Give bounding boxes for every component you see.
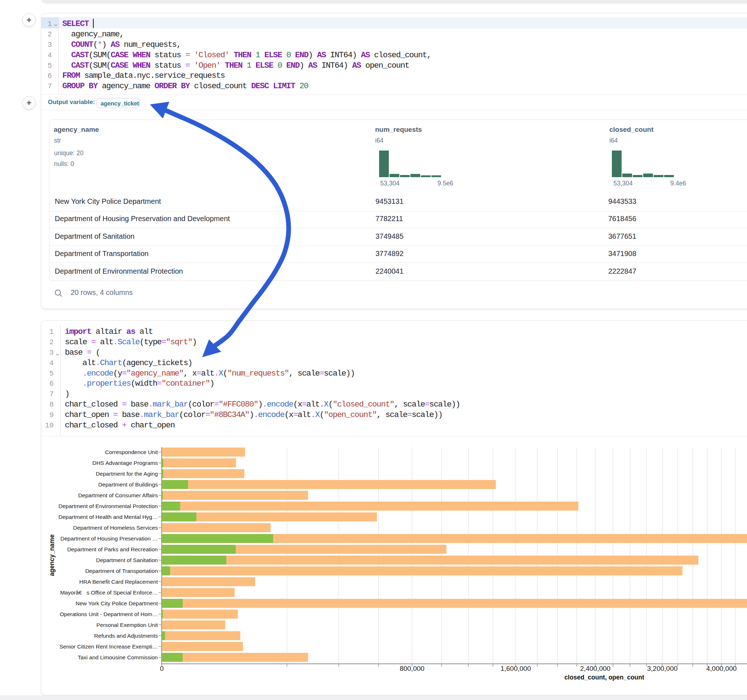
svg-text:Mayorâ€ s Office of Special: Mayorâ€ s Office of Special Enforce… xyxy=(60,590,158,596)
svg-text:Department of Housing Preserva: Department of Housing Preservation … xyxy=(60,536,158,542)
svg-text:800,000: 800,000 xyxy=(400,665,425,672)
svg-text:1,600,000: 1,600,000 xyxy=(501,665,531,672)
svg-text:agency_name: agency_name xyxy=(48,534,56,576)
svg-text:Department of Parks and Recrea: Department of Parks and Recreation xyxy=(67,546,158,552)
svg-text:4,000,000: 4,000,000 xyxy=(706,665,737,672)
svg-text:Department of Buildings: Department of Buildings xyxy=(98,481,158,487)
svg-text:Personal Exemption Unit: Personal Exemption Unit xyxy=(96,622,158,628)
svg-text:Taxi and Limousine Commission: Taxi and Limousine Commission xyxy=(78,654,158,661)
svg-text:Department of Homeless Service: Department of Homeless Services xyxy=(73,525,158,531)
svg-text:Department of Environmental Pr: Department of Environmental Protection xyxy=(58,503,158,509)
svg-text:0: 0 xyxy=(160,665,164,672)
svg-text:Department of Transportation: Department of Transportation xyxy=(85,568,158,574)
svg-text:DHS Advantage Programs: DHS Advantage Programs xyxy=(92,460,158,466)
svg-text:2,400,000: 2,400,000 xyxy=(580,665,611,672)
svg-text:closed_count, open_count: closed_count, open_count xyxy=(564,674,644,681)
svg-text:Department of Consumer Affairs: Department of Consumer Affairs xyxy=(78,492,158,498)
svg-text:Refunds and Adjustments: Refunds and Adjustments xyxy=(94,633,158,639)
svg-text:Operations Unit - Department o: Operations Unit - Department of Hom… xyxy=(60,611,158,617)
svg-text:HRA Benefit Card Replacement: HRA Benefit Card Replacement xyxy=(79,579,158,585)
svg-text:New York City Police Departmen: New York City Police Department xyxy=(76,600,158,606)
svg-text:Correspondence Unit: Correspondence Unit xyxy=(105,449,158,455)
svg-text:Department for the Aging: Department for the Aging xyxy=(96,471,158,477)
svg-text:Department of Sanitation: Department of Sanitation xyxy=(96,557,158,563)
svg-text:3,200,000: 3,200,000 xyxy=(647,665,678,672)
svg-text:Senior Citizen Rent Increase E: Senior Citizen Rent Increase Exempti… xyxy=(59,643,158,650)
svg-text:Department of Health and Menta: Department of Health and Mental Hyg… xyxy=(58,514,158,520)
